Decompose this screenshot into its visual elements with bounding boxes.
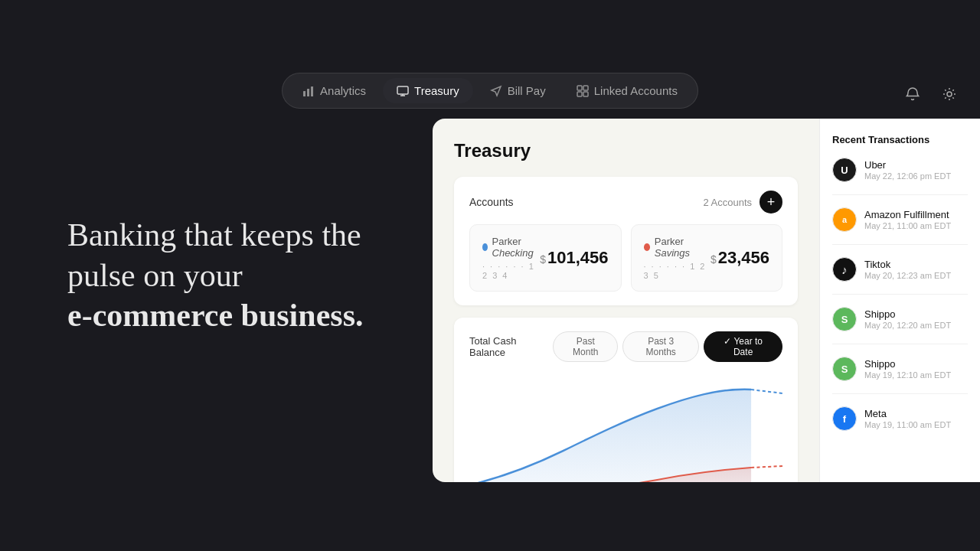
divider-1 [832,194,968,195]
top-nav: Analytics Treasury Bill Pay Linked Accou… [282,73,698,109]
svg-rect-6 [577,92,582,96]
send-icon [490,85,502,97]
filter-past-month[interactable]: Past Month [553,331,618,362]
chart-title: Total Cash Balance [469,335,553,358]
bell-icon [905,86,920,102]
transaction-shippo1[interactable]: S Shippo May 20, 12:20 am EDT [832,307,968,331]
nav-item-linked[interactable]: Linked Accounts [563,78,691,103]
account-left-savings: Parker Savings · · · · · · 1 2 3 5 [644,236,710,280]
account-name-row-checking: Parker Checking [482,236,540,259]
svg-rect-1 [307,89,309,96]
svg-rect-3 [397,86,408,94]
tiktok-date: May 20, 12:23 am EDT [864,271,968,280]
nav-item-treasury[interactable]: Treasury [383,78,473,103]
notification-button[interactable] [900,82,925,106]
checking-name: Parker Checking [492,236,541,259]
chart-container: Jan Feb Mar Apr May Jun [469,374,782,482]
uber-avatar: U [832,158,857,182]
svg-rect-2 [311,86,313,96]
svg-rect-0 [303,91,305,96]
chart-filters: Past Month Past 3 Months ✓ Year to Date [553,331,782,362]
filter-past-3months[interactable]: Past 3 Months [622,331,699,362]
settings-button[interactable] [937,82,962,106]
shippo2-info: Shippo May 19, 12:10 am EDT [864,358,968,380]
accounts-count-row: 2 Accounts + [703,191,782,214]
accounts-list: Parker Checking · · · · · · 1 2 3 4 $101… [469,224,782,292]
gear-icon [942,86,957,102]
transaction-uber[interactable]: U Uber May 22, 12:06 pm EDT [832,158,968,182]
account-left-checking: Parker Checking · · · · · · 1 2 3 4 [482,236,540,280]
uber-name: Uber [864,159,968,171]
add-account-button[interactable]: + [760,191,782,214]
bar-chart-icon [302,85,315,97]
shippo2-name: Shippo [864,358,968,370]
divider-4 [832,344,968,344]
uber-info: Uber May 22, 12:06 pm EDT [864,159,968,181]
savings-balance: $23,456 [710,248,769,268]
divider-2 [832,244,968,245]
savings-dot [644,243,650,251]
divider-5 [832,393,968,394]
account-item-savings[interactable]: Parker Savings · · · · · · 1 2 3 5 $23,4… [631,224,783,292]
meta-date: May 19, 11:00 am EDT [864,420,968,429]
amazon-info: Amazon Fulfillment May 21, 11:00 am EDT [864,209,968,230]
chart-card: Total Cash Balance Past Month Past 3 Mon… [454,318,798,482]
divider-3 [832,294,968,295]
accounts-header: Accounts 2 Accounts + [469,191,782,214]
shippo2-avatar: S [832,357,857,381]
chart-svg [469,374,782,482]
accounts-count: 2 Accounts [703,197,752,208]
top-right-icons [900,82,962,106]
transaction-tiktok[interactable]: ♪ Tiktok May 20, 12:23 am EDT [832,257,968,282]
tiktok-name: Tiktok [864,259,968,270]
filter-year-to-date[interactable]: ✓ Year to Date [704,331,782,362]
hero-section: Banking that keeps the pulse on your e-c… [67,215,363,336]
svg-rect-7 [583,92,588,96]
checking-balance: $101,456 [540,248,608,268]
amazon-name: Amazon Fulfillment [864,209,968,220]
transactions-title: Recent Transactions [832,134,968,145]
shippo1-date: May 20, 12:20 am EDT [864,321,968,330]
shippo2-date: May 19, 12:10 am EDT [864,370,968,380]
amazon-avatar: a [832,207,857,232]
savings-number: · · · · · · 1 2 3 5 [644,262,710,280]
page-title: Treasury [454,140,798,161]
monitor-icon [397,85,409,97]
svg-point-8 [947,92,952,96]
nav-item-analytics[interactable]: Analytics [289,78,380,103]
shippo1-info: Shippo May 20, 12:20 am EDT [864,308,968,330]
meta-name: Meta [864,408,968,419]
chart-blue-dashed [751,390,782,393]
transaction-amazon[interactable]: a Amazon Fulfillment May 21, 11:00 am ED… [832,207,968,232]
svg-rect-5 [583,86,588,90]
shippo1-name: Shippo [864,308,968,320]
tiktok-info: Tiktok May 20, 12:23 am EDT [864,259,968,280]
transaction-shippo2[interactable]: S Shippo May 19, 12:10 am EDT [832,357,968,381]
accounts-card: Accounts 2 Accounts + Parker Checking · … [454,177,798,305]
checking-number: · · · · · · 1 2 3 4 [482,262,540,280]
account-name-row-savings: Parker Savings [644,236,710,259]
meta-info: Meta May 19, 11:00 am EDT [864,408,968,429]
chart-blue-area [469,390,751,482]
accounts-label: Accounts [469,196,514,208]
hero-text: Banking that keeps the pulse on your e-c… [67,215,363,336]
tiktok-avatar: ♪ [832,257,857,282]
chart-header: Total Cash Balance Past Month Past 3 Mon… [469,331,782,362]
treasury-content: Treasury Accounts 2 Accounts + Parker Ch… [433,119,819,482]
nav-item-billpay[interactable]: Bill Pay [476,78,560,103]
chart-red-dashed [751,466,782,468]
meta-avatar: f [832,406,857,431]
account-item-checking[interactable]: Parker Checking · · · · · · 1 2 3 4 $101… [469,224,622,292]
savings-name: Parker Savings [655,236,710,259]
transactions-panel: Recent Transactions U Uber May 22, 12:06… [819,119,980,482]
checking-dot [482,243,488,251]
transaction-meta[interactable]: f Meta May 19, 11:00 am EDT [832,406,968,431]
svg-rect-4 [577,86,582,90]
grid-icon [577,85,589,97]
main-panel: Treasury Accounts 2 Accounts + Parker Ch… [433,119,980,482]
uber-date: May 22, 12:06 pm EDT [864,171,968,181]
amazon-date: May 21, 11:00 am EDT [864,221,968,230]
shippo1-avatar: S [832,307,857,331]
